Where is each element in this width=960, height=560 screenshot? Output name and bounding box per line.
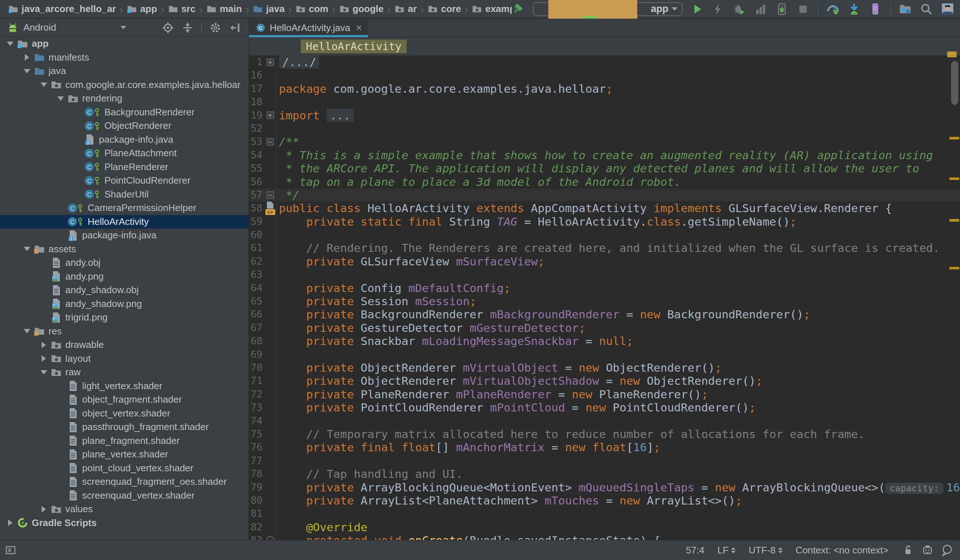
line-number[interactable]: 55 <box>249 162 264 175</box>
line-number[interactable]: 82 <box>249 521 264 534</box>
gutter[interactable]: 16 <box>249 69 276 82</box>
tree-item[interactable]: point_cloud_vertex.shader <box>0 461 249 475</box>
gutter[interactable]: 77 <box>249 454 276 467</box>
gutter[interactable]: 79 <box>249 481 276 494</box>
gutter[interactable]: 81 <box>249 507 276 520</box>
expander-open-icon[interactable] <box>21 329 34 333</box>
gutter[interactable]: 73 <box>249 401 276 414</box>
tree-item[interactable]: CObjectRenderer <box>0 119 249 133</box>
close-icon[interactable] <box>356 22 362 33</box>
code-line[interactable]: 77 <box>249 454 960 467</box>
gutter[interactable]: 60 <box>249 228 276 241</box>
gutter[interactable]: 71 <box>249 374 276 387</box>
line-number[interactable]: 67 <box>249 321 264 334</box>
code-line[interactable]: 16 <box>249 69 960 82</box>
run-configuration-selector[interactable]: app <box>533 2 683 16</box>
breadcrumb-item[interactable]: core <box>427 3 461 14</box>
line-number[interactable]: 59 <box>249 215 264 228</box>
gutter[interactable]: 64 <box>249 282 276 294</box>
tree-item[interactable]: light_vertex.shader <box>0 379 249 393</box>
gutter[interactable]: 75 <box>249 427 276 441</box>
breadcrumb-item[interactable]: app <box>126 3 157 14</box>
breadcrumb-item[interactable]: ar <box>394 3 417 14</box>
warning-stripe[interactable] <box>949 178 959 180</box>
gutter[interactable]: 80 <box>249 494 276 507</box>
breadcrumb-item[interactable]: com <box>295 3 328 14</box>
code-editor[interactable]: 1/.../1617package com.google.ar.core.exa… <box>249 56 960 540</box>
code-line[interactable]: 68 private Snackbar mLoadingMessageSnack… <box>249 334 960 347</box>
expander-open-icon[interactable] <box>37 370 50 374</box>
tree-item[interactable]: java <box>0 64 249 78</box>
line-number[interactable]: 65 <box>249 294 264 308</box>
caret-position[interactable]: 57:4 <box>686 545 704 556</box>
tree-item[interactable]: object_fragment.shader <box>0 393 249 407</box>
tree-item[interactable]: screenquad_vertex.shader <box>0 489 249 503</box>
line-number[interactable]: 54 <box>249 149 264 162</box>
code-line[interactable]: 58public class HelloArActivity extends A… <box>249 202 960 214</box>
gutter[interactable]: 55 <box>249 162 276 175</box>
sdk-manager-button[interactable] <box>848 3 861 16</box>
line-number[interactable]: 73 <box>249 401 264 414</box>
gutter[interactable]: 72 <box>249 388 276 401</box>
breadcrumb-item[interactable]: examples <box>472 3 512 14</box>
line-number[interactable]: 52 <box>249 122 264 135</box>
line-separator-widget[interactable]: LF <box>718 545 736 556</box>
code-line[interactable]: 19import ... <box>249 109 960 122</box>
code-line[interactable]: 71 private ObjectRenderer mVirtualObject… <box>249 374 960 387</box>
code-line[interactable]: 83 protected void onCreate(Bundle savedI… <box>249 534 960 540</box>
line-number[interactable]: 18 <box>249 95 264 109</box>
line-number[interactable]: 17 <box>249 82 264 95</box>
tree-item[interactable]: rendering <box>0 92 249 106</box>
gutter[interactable]: 59 <box>249 215 276 228</box>
gutter[interactable]: 61 <box>249 241 276 254</box>
line-number[interactable]: 64 <box>249 282 264 294</box>
expander-closed-icon[interactable] <box>4 520 17 526</box>
tree-item[interactable]: Jpackage-info.java <box>0 133 249 147</box>
tree-item[interactable]: CBackgroundRenderer <box>0 106 249 119</box>
tree-item[interactable]: drawable <box>0 338 249 352</box>
tree-item[interactable]: CCameraPermissionHelper <box>0 201 249 215</box>
inspection-indicator[interactable] <box>947 51 957 57</box>
line-number[interactable]: 74 <box>249 414 264 427</box>
gutter[interactable]: 78 <box>249 467 276 480</box>
expander-open-icon[interactable] <box>37 83 50 87</box>
code-line[interactable]: 80 private ArrayList<PlaneAttachment> mT… <box>249 494 960 507</box>
tree-item[interactable]: layout <box>0 352 249 366</box>
expander-open-icon[interactable] <box>21 247 34 251</box>
tree-item[interactable]: Jpackage-info.java <box>0 229 249 242</box>
code-line[interactable]: 82 @Override <box>249 521 960 534</box>
expander-open-icon[interactable] <box>54 96 67 101</box>
tree-item[interactable]: CHelloArActivity <box>0 215 249 229</box>
expander-closed-icon[interactable] <box>37 506 50 512</box>
fold-plus-icon[interactable] <box>266 58 274 66</box>
stop-button[interactable] <box>797 3 810 16</box>
event-log-button[interactable] <box>941 544 954 556</box>
line-number[interactable]: 53 <box>249 135 264 148</box>
line-number[interactable]: 81 <box>249 507 264 520</box>
code-line[interactable]: 17package com.google.ar.core.examples.ja… <box>249 82 960 95</box>
code-line[interactable]: 60 <box>249 228 960 241</box>
fold-plus-icon[interactable] <box>266 111 274 119</box>
breadcrumb-item[interactable]: java <box>253 3 285 14</box>
line-number[interactable]: 75 <box>249 427 264 441</box>
code-line[interactable]: 78 // Tap handling and UI. <box>249 467 960 480</box>
expander-open-icon[interactable] <box>21 69 34 74</box>
breadcrumb-class-chip[interactable]: HelloArActivity <box>301 39 406 53</box>
code-line[interactable]: 65 private Session mSession; <box>249 294 960 308</box>
gutter[interactable]: 76 <box>249 441 276 454</box>
line-number[interactable]: 72 <box>249 388 264 401</box>
code-line[interactable]: 70 private ObjectRenderer mVirtualObject… <box>249 361 960 374</box>
tree-item[interactable]: passthrough_fragment.shader <box>0 420 249 434</box>
device-monitor-button[interactable] <box>869 3 882 16</box>
run-button[interactable] <box>691 3 704 16</box>
gutter[interactable]: 74 <box>249 414 276 427</box>
warning-stripe[interactable] <box>949 137 959 139</box>
line-number[interactable]: 19 <box>249 109 264 122</box>
apply-changes-button[interactable] <box>712 3 725 16</box>
code-line[interactable]: 55 * the ARCore API. The application wil… <box>249 162 960 175</box>
settings-gear-button[interactable] <box>209 22 222 34</box>
warning-stripe[interactable] <box>949 267 959 269</box>
tree-item[interactable]: CPointCloudRenderer <box>0 174 249 188</box>
code-line[interactable]: 81 <box>249 507 960 520</box>
gutter[interactable]: 1 <box>249 56 276 69</box>
